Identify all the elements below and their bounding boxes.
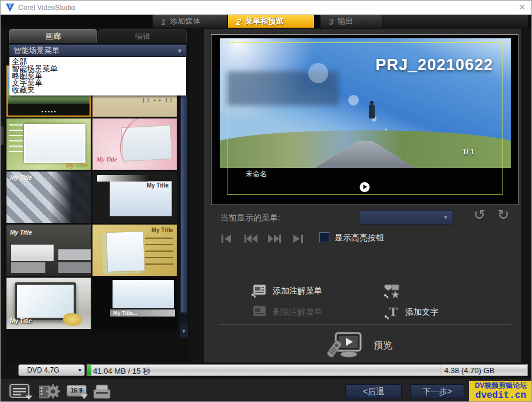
show-highlight-label: 显示高亮按钮 — [335, 233, 384, 243]
divider — [220, 324, 511, 325]
thumbnail-caption: My Title — [10, 229, 32, 236]
step-number: 1 — [161, 17, 166, 27]
gallery-thumbnail[interactable]: My Title — [92, 172, 177, 223]
panel-collapse-handle[interactable] — [1, 126, 4, 145]
scrollbar-down-arrow[interactable]: ▼ — [180, 325, 188, 338]
template-grid: My Title My Title My Title My Title My T… — [6, 65, 180, 331]
category-dropdown[interactable]: 智能场景菜单 ▼ — [9, 44, 187, 57]
tab-edit[interactable]: 编辑 — [98, 29, 187, 43]
title-bar: Corel VideoStudio ✕ — [1, 1, 531, 15]
forum-watermark: DV视频剪辑论坛 dvedit.cn — [469, 381, 532, 402]
tab-output[interactable]: 3 输出 — [320, 15, 382, 28]
decoration-icon — [382, 284, 401, 299]
note-menu-icon — [250, 305, 267, 320]
thumbnail-caption: My Title — [10, 318, 32, 324]
step-number: 2 — [236, 17, 241, 27]
watermark-line2: dvedit.cn — [469, 390, 532, 401]
go-first-icon[interactable] — [220, 234, 234, 243]
add-decoration-button[interactable] — [382, 284, 407, 299]
preview-panel: PRJ_20210622 1/ 1 未命名 当前显示的菜单: ▼ ↺ ↻ — [204, 29, 521, 363]
thumbnail-caption: My Title — [151, 227, 173, 233]
next-button[interactable]: 下一步> — [410, 384, 464, 399]
redo-icon[interactable]: ↻ — [497, 207, 509, 222]
capacity-marker — [441, 365, 441, 375]
step-tab-bar: 1 添加媒体 2 菜单和预览 3 输出 — [1, 15, 531, 28]
window-title: Corel VideoStudio — [18, 4, 75, 12]
step-label: 输出 — [338, 16, 353, 27]
fast-forward-icon[interactable] — [267, 234, 282, 243]
dropdown-option-text-menu[interactable]: 文字菜单 — [12, 80, 186, 87]
aspect-ratio-icon[interactable]: 16:9 — [67, 383, 90, 400]
delete-note-menu-button: 删除注解菜单 — [250, 305, 322, 320]
thumbnail-caption: My Title — [10, 174, 32, 181]
tab-add-media[interactable]: 1 添加媒体 — [153, 15, 227, 28]
thumbnail-caption: My Title... — [113, 310, 137, 316]
note-menu-icon — [250, 284, 267, 299]
preview-tv-icon — [326, 331, 363, 360]
delete-note-menu-label: 删除注解菜单 — [273, 307, 322, 318]
page-indicator: 1/ 1 — [462, 148, 474, 156]
menu-background-video[interactable]: PRJ_20210622 1/ 1 — [220, 38, 511, 168]
gallery-thumbnail[interactable]: My Title... — [92, 278, 177, 329]
preview-label: 预览 — [374, 340, 392, 352]
preview-monitor: PRJ_20210622 1/ 1 未命名 — [211, 34, 518, 205]
used-space-indicator — [87, 365, 91, 375]
tab-gallery[interactable]: 画廊 — [9, 29, 97, 43]
add-text-label: 添加文字 — [405, 307, 438, 318]
disc-space-bar: 41.04 MB / 15 秒 4.38 (4.70) GB — [87, 364, 528, 376]
disc-format-dropdown[interactable]: DVD 4.7G ▾ — [18, 364, 85, 376]
menu-settings-icon[interactable] — [9, 383, 34, 402]
gallery-panel: 画廊 编辑 智能场景菜单 ▼ My Title My Title My Titl… — [4, 29, 189, 363]
gallery-scrollbar[interactable]: ▼ — [180, 58, 188, 338]
corel-logo-icon — [5, 3, 15, 12]
back-button[interactable]: <后退 — [345, 384, 402, 399]
gallery-thumbnail[interactable]: My Title — [6, 118, 91, 170]
current-menu-label: 当前显示的菜单: — [220, 213, 280, 223]
category-dropdown-list: 全部 智能场景菜单 略图菜单 文字菜单 收藏夹 — [9, 57, 186, 95]
chevron-down-icon: ▼ — [443, 215, 448, 220]
tab-bar-filler — [382, 15, 528, 28]
add-text-button[interactable]: T 添加文字 — [384, 305, 438, 320]
dropdown-option-favorites[interactable]: 收藏夹 — [12, 87, 186, 94]
go-last-icon[interactable] — [291, 234, 305, 243]
clip-name-label[interactable]: 未命名 — [246, 169, 267, 179]
app-window: Corel VideoStudio ✕ 1 添加媒体 2 菜单和预览 3 输出 … — [0, 0, 532, 402]
close-icon[interactable]: ✕ — [518, 2, 526, 12]
project-settings-icon[interactable] — [38, 383, 62, 402]
text-tool-icon: T — [384, 305, 400, 320]
thumbnail-caption: My Title — [97, 156, 117, 163]
preview-button[interactable]: 预览 — [326, 331, 392, 360]
play-button[interactable] — [360, 182, 370, 192]
lens-flare — [308, 63, 328, 83]
scrollbar-thumb[interactable] — [180, 95, 187, 313]
gallery-thumbnail[interactable]: My Title — [6, 172, 91, 223]
chevron-down-icon: ▼ — [177, 45, 183, 57]
undo-icon[interactable]: ↺ — [474, 207, 485, 222]
step-label: 添加媒体 — [170, 16, 200, 27]
step-label: 菜单和预览 — [245, 16, 283, 27]
gallery-thumbnail[interactable]: My Title — [6, 278, 91, 329]
scene-person — [369, 104, 375, 118]
thumbnail-caption: My Title — [147, 182, 168, 189]
gallery-thumbnail[interactable]: My Title — [6, 225, 91, 276]
used-space-label: 41.04 MB / 15 秒 — [93, 366, 151, 377]
chevron-down-icon: ▾ — [78, 365, 81, 375]
rewind-icon[interactable] — [244, 234, 258, 243]
svg-text:T: T — [389, 305, 398, 319]
gallery-thumbnail[interactable]: My Title — [92, 225, 177, 276]
current-menu-dropdown[interactable]: ▼ — [359, 210, 453, 225]
disc-burner-icon[interactable] — [91, 383, 113, 402]
disc-format-value: DVD 4.7G — [27, 366, 60, 374]
add-note-menu-label: 添加注解菜单 — [273, 286, 322, 296]
footer-bar: 16:9 <后退 下一步> DV视频剪辑论坛 dvedit.cn — [1, 378, 531, 402]
step-number: 3 — [329, 17, 333, 27]
thumbnail-caption: My Title — [66, 162, 88, 169]
menu-title-text[interactable]: PRJ_20210622 — [375, 56, 493, 74]
gallery-thumbnail[interactable]: My Title — [92, 118, 177, 170]
add-note-menu-button[interactable]: 添加注解菜单 — [250, 284, 322, 299]
tab-menu-and-preview[interactable]: 2 菜单和预览 — [228, 15, 315, 28]
capacity-label: 4.38 (4.70) GB — [444, 366, 494, 375]
show-highlight-checkbox[interactable] — [319, 232, 329, 242]
category-dropdown-value: 智能场景菜单 — [14, 46, 60, 55]
watermark-line1: DV视频剪辑论坛 — [469, 381, 532, 390]
